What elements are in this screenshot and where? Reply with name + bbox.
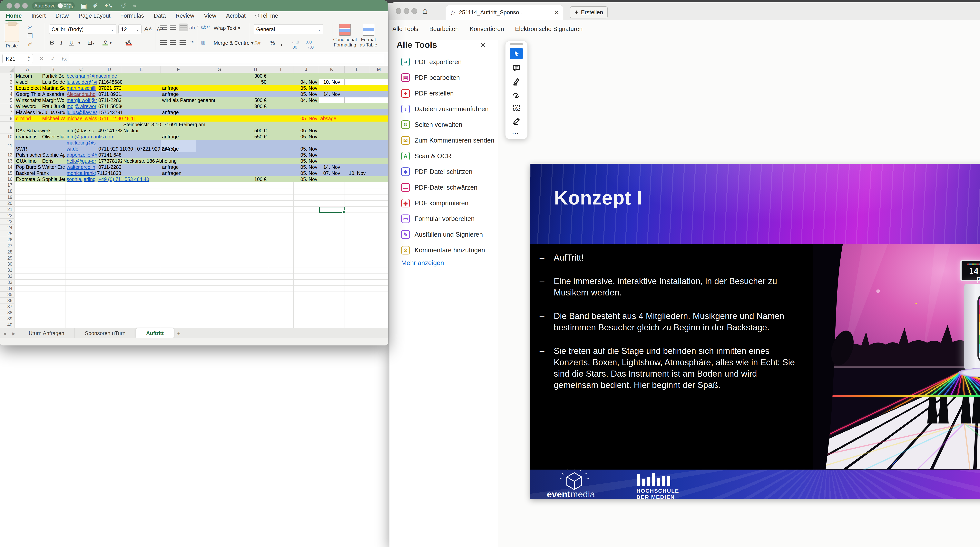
column-header-L[interactable]: L <box>345 66 370 73</box>
cell[interactable]: 05. Nov <box>293 158 319 164</box>
row-header-21[interactable]: 21 <box>0 207 14 212</box>
cell[interactable]: monica.frank( <box>65 170 97 176</box>
sheet-tab-auftritt[interactable]: Auftritt <box>136 328 174 338</box>
row-header-24[interactable]: 24 <box>0 225 14 231</box>
row-header-29[interactable]: 29 <box>0 255 14 261</box>
cell[interactable]: Sophia Jerling <box>41 176 65 182</box>
tool-item-scan-&-ocr[interactable]: AScan & OCR <box>390 148 498 164</box>
merge-centre-label[interactable]: Merge & Centre ▾ <box>214 40 254 46</box>
number-format-select[interactable]: General⌄ <box>254 24 323 34</box>
table-row[interactable]: 18 <box>0 188 388 195</box>
ribbon-tab-draw[interactable]: Draw <box>55 13 69 21</box>
wrap-text-icon[interactable]: ab↵ <box>201 24 210 30</box>
cell[interactable]: 05. Nov <box>293 128 319 134</box>
cell[interactable]: 05. Nov <box>293 170 319 176</box>
table-row[interactable]: 17 <box>0 182 388 188</box>
menu-item-bearbeiten[interactable]: Bearbeiten <box>429 26 459 32</box>
cell[interactable]: anfrage <box>161 164 196 170</box>
cell[interactable]: 10. Nov <box>345 170 370 176</box>
ribbon-tab-insert[interactable]: Insert <box>31 13 46 21</box>
select-tool-button[interactable] <box>510 48 523 59</box>
table-row[interactable]: 26 <box>0 237 388 243</box>
fx-icon[interactable]: ƒx <box>61 54 67 63</box>
column-header-J[interactable]: J <box>293 66 319 73</box>
cell[interactable]: 711241838 <box>97 170 122 176</box>
cell[interactable] <box>345 79 370 85</box>
fill-color-dropdown[interactable]: ▾ <box>110 41 111 45</box>
cell[interactable]: 05. Nov <box>293 91 319 97</box>
align-right-icon[interactable] <box>180 40 186 45</box>
cancel-icon[interactable]: ✕ <box>39 54 44 63</box>
add-sheet-button[interactable]: + <box>174 330 184 336</box>
cell[interactable]: 0711 - 2 80 48 11 <box>97 115 122 121</box>
cell[interactable]: anfrage <box>161 85 196 91</box>
table-row[interactable]: 20 <box>0 201 388 207</box>
cell[interactable]: 300 € <box>243 103 268 109</box>
italic-button[interactable]: I <box>60 39 62 46</box>
tool-item-ausfüllen-und-signieren[interactable]: ✎Ausfüllen und Signieren <box>390 226 498 242</box>
cell[interactable]: 14. Nov <box>319 164 345 170</box>
cell[interactable]: 05. Nov <box>293 115 319 121</box>
column-header-E[interactable]: E <box>122 66 161 73</box>
close-button[interactable] <box>6 3 12 9</box>
percent-icon[interactable]: % <box>270 40 275 46</box>
cell[interactable]: 15754379131 <box>97 109 122 115</box>
table-row[interactable]: 37 <box>0 304 388 310</box>
row-header-39[interactable]: 39 <box>0 316 14 322</box>
cell[interactable]: 05. Nov <box>293 85 319 91</box>
formula-input[interactable] <box>68 54 384 63</box>
cell[interactable]: 0711 50536712 <box>97 103 122 109</box>
row-header-33[interactable]: 33 <box>0 279 14 285</box>
column-header-I[interactable]: I <box>268 66 293 73</box>
cell[interactable]: 0711 929 11030 | 07221 929 23471 <box>97 146 122 152</box>
row-header-35[interactable]: 35 <box>0 292 14 298</box>
cell[interactable]: 550 € <box>243 134 268 140</box>
align-bottom-selected[interactable] <box>179 24 188 31</box>
cell[interactable]: Partick Beckm <box>41 73 65 79</box>
cell[interactable]: 05. Nov <box>293 164 319 170</box>
table-row[interactable]: 19 <box>0 195 388 201</box>
bold-button[interactable]: B <box>50 39 54 46</box>
cell[interactable]: d-mind <box>14 115 41 121</box>
cell[interactable]: 0711-22835-22 <box>97 97 122 103</box>
cell[interactable]: Michael Weis <box>41 115 65 121</box>
show-more-link[interactable]: Mehr anzeigen <box>401 259 444 266</box>
cell[interactable] <box>370 97 388 103</box>
cell[interactable]: 500 € <box>243 97 268 103</box>
panel-close-icon[interactable]: ✕ <box>480 41 486 49</box>
row-header-23[interactable]: 23 <box>0 219 14 225</box>
fill-sign-tool-icon[interactable] <box>511 116 522 127</box>
cell[interactable]: Martina Schill <box>41 85 65 91</box>
cell[interactable]: Oliver Elias, A <box>41 134 65 140</box>
cell[interactable]: luis.seider@vi <box>65 79 97 85</box>
cell[interactable]: beckmann@macom.de <box>65 73 97 79</box>
cell[interactable]: SWR <box>14 146 41 152</box>
paste-button[interactable] <box>5 24 19 42</box>
cell[interactable]: Doris <box>41 158 65 164</box>
home-icon[interactable]: ⌂ <box>422 6 428 16</box>
active-cell-K21[interactable] <box>319 207 345 213</box>
column-header-M[interactable]: M <box>370 66 388 73</box>
add-text-tool-icon[interactable]: A <box>511 102 522 113</box>
align-left-icon[interactable] <box>160 40 167 45</box>
cell[interactable]: DAs Schauwerk <box>14 128 41 134</box>
row-header-32[interactable]: 32 <box>0 273 14 279</box>
row-header-25[interactable]: 25 <box>0 231 14 237</box>
cell[interactable]: Walter Ercolir <box>41 164 65 170</box>
row-header-14[interactable]: 14 <box>0 164 14 170</box>
font-name-select[interactable]: Calibri (Body)⌄ <box>49 24 116 34</box>
cell[interactable]: 49714178890 <box>97 128 122 134</box>
cell[interactable]: michael.weiss <box>65 115 97 121</box>
cell[interactable]: margit.wolf@r <box>65 97 97 103</box>
column-header-F[interactable]: F <box>161 66 196 73</box>
merge-centre-icon[interactable]: ▥ <box>201 40 205 45</box>
cell[interactable]: Alexandra.ho <box>65 91 97 97</box>
row-header-36[interactable]: 36 <box>0 298 14 304</box>
cell[interactable]: appenzeller@ <box>65 152 97 158</box>
decrease-decimal-icon[interactable]: .00→.0 <box>306 40 313 50</box>
cell[interactable]: Luis Seider <box>41 79 65 85</box>
cell[interactable]: gramantis <box>14 134 41 140</box>
column-header-G[interactable]: G <box>196 66 243 73</box>
sheet-tab-sponsoren-uturn[interactable]: Sponsoren uTurn <box>75 328 136 338</box>
cell[interactable]: moj@wirewor <box>65 103 97 109</box>
